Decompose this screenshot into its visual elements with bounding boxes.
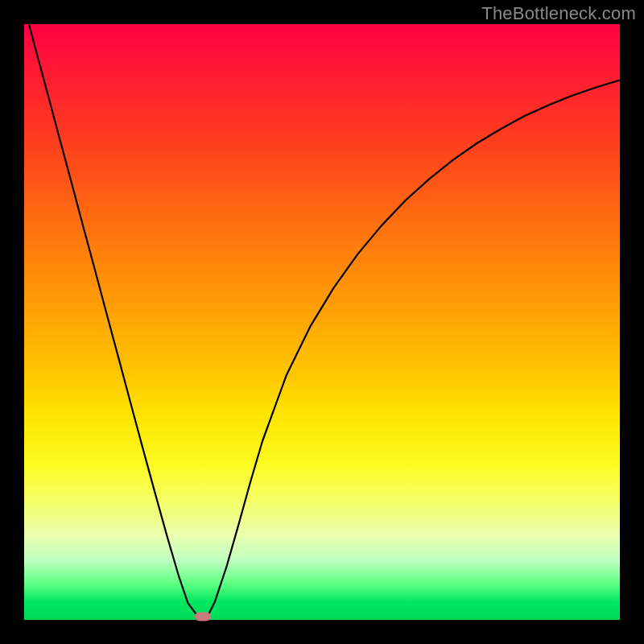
chart-frame: TheBottleneck.com bbox=[0, 0, 644, 644]
watermark-text: TheBottleneck.com bbox=[481, 3, 636, 24]
curve-svg bbox=[24, 24, 620, 620]
minimum-marker bbox=[195, 613, 211, 621]
bottleneck-curve bbox=[24, 6, 620, 620]
plot-area bbox=[24, 24, 620, 620]
